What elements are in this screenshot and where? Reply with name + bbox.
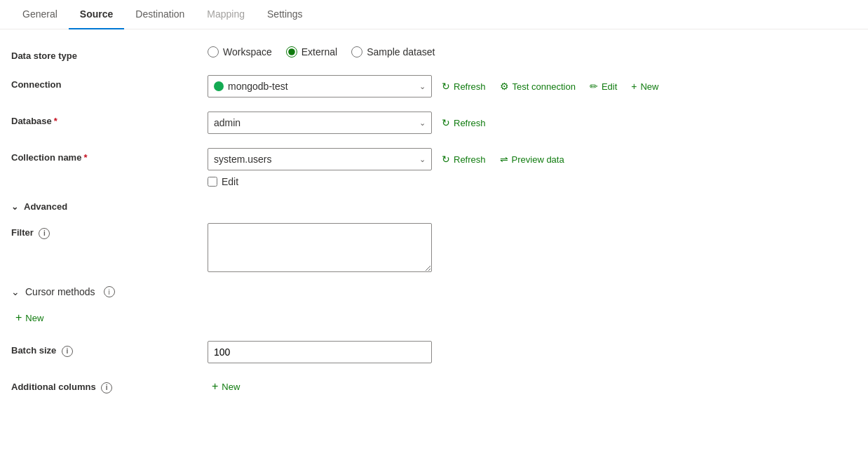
radio-external-label: External bbox=[301, 46, 337, 58]
edit-icon: ✏ bbox=[590, 81, 598, 92]
chevron-down-icon: ⌄ bbox=[419, 119, 426, 128]
preview-data-button[interactable]: ⇌ Preview data bbox=[496, 151, 569, 168]
filter-label: Filter i bbox=[11, 223, 208, 239]
tab-bar: General Source Destination Mapping Setti… bbox=[0, 0, 868, 29]
additional-columns-new-label: New bbox=[222, 382, 240, 392]
preview-icon: ⇌ bbox=[500, 154, 508, 165]
connection-controls: mongodb-test ⌄ ↻ Refresh ⚙ Test connecti… bbox=[208, 75, 663, 97]
plus-icon: + bbox=[631, 81, 637, 92]
mongo-icon bbox=[214, 81, 224, 91]
additional-columns-controls: + New bbox=[208, 377, 244, 396]
main-content: Data store type Workspace External Sampl… bbox=[0, 29, 868, 426]
radio-group-data-store: Workspace External Sample dataset bbox=[208, 46, 435, 58]
edit-checkbox-label: Edit bbox=[222, 176, 238, 187]
additional-columns-label: Additional columns i bbox=[11, 377, 208, 393]
data-store-type-controls: Workspace External Sample dataset bbox=[208, 46, 435, 58]
collection-controls: system.users ⌄ ↻ Refresh ⇌ Preview data bbox=[208, 148, 569, 187]
collection-input-row: system.users ⌄ ↻ Refresh ⇌ Preview data bbox=[208, 148, 569, 170]
filter-textarea[interactable] bbox=[208, 223, 432, 272]
database-controls: admin ⌄ ↻ Refresh bbox=[208, 112, 490, 134]
data-store-type-row: Data store type Workspace External Sampl… bbox=[11, 46, 857, 61]
batch-size-row: Batch size i 100 bbox=[11, 341, 857, 363]
collection-required: * bbox=[83, 152, 87, 163]
chevron-down-icon: ⌄ bbox=[419, 82, 426, 91]
connection-dropdown-value: mongodb-test bbox=[214, 81, 288, 92]
additional-columns-row: Additional columns i + New bbox=[11, 377, 857, 396]
collection-value: system.users bbox=[214, 154, 271, 165]
batch-size-controls: 100 bbox=[208, 341, 432, 363]
connection-label: Connection bbox=[11, 75, 208, 90]
collection-input-group: system.users ⌄ ↻ Refresh ⇌ Preview data bbox=[208, 148, 569, 187]
tab-mapping: Mapping bbox=[196, 0, 256, 29]
collection-refresh-button[interactable]: ↻ Refresh bbox=[438, 151, 490, 168]
refresh-icon: ↻ bbox=[442, 154, 450, 165]
additional-columns-info-icon: i bbox=[101, 382, 112, 393]
database-row: Database* admin ⌄ ↻ Refresh bbox=[11, 112, 857, 134]
collection-name-label: Collection name* bbox=[11, 148, 208, 163]
data-store-type-label: Data store type bbox=[11, 46, 208, 61]
tab-settings[interactable]: Settings bbox=[256, 0, 314, 29]
filter-controls bbox=[208, 223, 432, 272]
radio-sample-label: Sample dataset bbox=[367, 46, 435, 58]
tab-destination[interactable]: Destination bbox=[124, 0, 196, 29]
database-refresh-label: Refresh bbox=[454, 118, 486, 128]
advanced-label: Advanced bbox=[24, 201, 67, 212]
advanced-section[interactable]: ⌄ Advanced bbox=[11, 201, 857, 212]
new-cursor-method-button[interactable]: + New bbox=[11, 309, 48, 327]
collection-dropdown-value: system.users bbox=[214, 154, 271, 165]
connection-edit-label: Edit bbox=[602, 81, 617, 92]
collection-name-row: Collection name* system.users ⌄ ↻ Refres… bbox=[11, 148, 857, 187]
connection-refresh-label: Refresh bbox=[454, 81, 486, 92]
plus-icon: + bbox=[212, 380, 218, 393]
tab-source[interactable]: Source bbox=[69, 0, 124, 29]
chevron-down-icon: ⌄ bbox=[419, 155, 426, 164]
database-label: Database* bbox=[11, 112, 208, 126]
additional-columns-new-button[interactable]: + New bbox=[208, 377, 244, 396]
filter-info-icon: i bbox=[39, 228, 50, 239]
cursor-methods-section[interactable]: ⌄ Cursor methods i bbox=[11, 286, 857, 297]
radio-external-input[interactable] bbox=[286, 46, 297, 58]
connection-dropdown[interactable]: mongodb-test ⌄ bbox=[208, 75, 432, 97]
database-refresh-button[interactable]: ↻ Refresh bbox=[438, 114, 490, 131]
connection-new-label: New bbox=[640, 81, 658, 92]
radio-workspace[interactable]: Workspace bbox=[208, 46, 272, 58]
test-connection-label: Test connection bbox=[513, 81, 576, 92]
radio-workspace-input[interactable] bbox=[208, 46, 219, 58]
plus-icon: + bbox=[15, 311, 22, 324]
collection-refresh-label: Refresh bbox=[454, 154, 486, 165]
database-dropdown[interactable]: admin ⌄ bbox=[208, 112, 432, 134]
database-required: * bbox=[54, 116, 57, 126]
test-connection-icon: ⚙ bbox=[500, 81, 509, 92]
radio-sample[interactable]: Sample dataset bbox=[351, 46, 435, 58]
collection-dropdown[interactable]: system.users ⌄ bbox=[208, 148, 432, 170]
edit-checkbox[interactable] bbox=[208, 177, 217, 187]
database-dropdown-value: admin bbox=[214, 117, 240, 128]
batch-size-input[interactable]: 100 bbox=[208, 341, 432, 363]
radio-external[interactable]: External bbox=[286, 46, 337, 58]
radio-workspace-label: Workspace bbox=[223, 46, 272, 58]
connection-new-button[interactable]: + New bbox=[627, 78, 663, 95]
new-cursor-label: New bbox=[25, 313, 43, 323]
batch-size-label: Batch size i bbox=[11, 341, 208, 357]
connection-row: Connection mongodb-test ⌄ ↻ Refresh ⚙ Te… bbox=[11, 75, 857, 97]
edit-checkbox-row: Edit bbox=[208, 176, 569, 187]
test-connection-button[interactable]: ⚙ Test connection bbox=[496, 78, 580, 95]
radio-sample-input[interactable] bbox=[351, 46, 362, 58]
cursor-methods-label: Cursor methods bbox=[25, 286, 95, 297]
connection-edit-button[interactable]: ✏ Edit bbox=[585, 78, 621, 95]
filter-row: Filter i bbox=[11, 223, 857, 272]
batch-size-info-icon: i bbox=[62, 346, 73, 357]
refresh-icon: ↻ bbox=[442, 117, 450, 128]
database-value: admin bbox=[214, 117, 240, 128]
tab-general[interactable]: General bbox=[11, 0, 69, 29]
refresh-icon: ↻ bbox=[442, 81, 450, 92]
connection-value: mongodb-test bbox=[228, 81, 288, 92]
chevron-down-icon: ⌄ bbox=[11, 286, 20, 297]
connection-refresh-button[interactable]: ↻ Refresh bbox=[438, 78, 490, 95]
preview-data-label: Preview data bbox=[512, 154, 564, 165]
cursor-methods-info-icon: i bbox=[104, 286, 115, 297]
new-cursor-row: + New bbox=[11, 309, 857, 327]
chevron-down-icon: ⌄ bbox=[11, 202, 18, 212]
